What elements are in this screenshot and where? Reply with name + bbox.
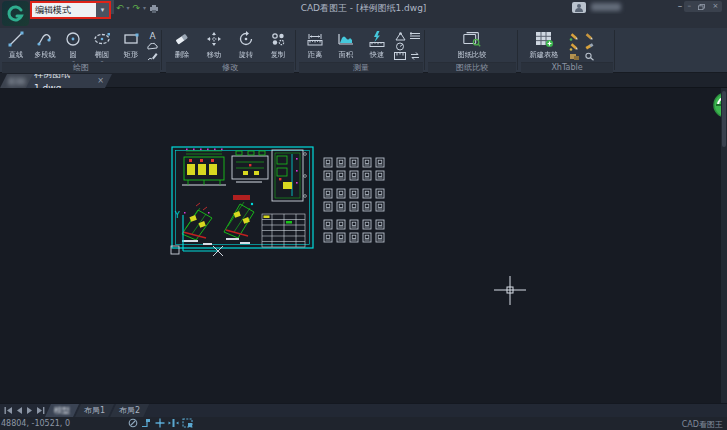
print-icon[interactable] (149, 4, 159, 13)
rectangle-button[interactable]: 矩形 (116, 30, 145, 60)
move-icon (204, 30, 224, 48)
tab-layout2[interactable]: 布局2 (110, 404, 149, 417)
list-measure-icon[interactable] (409, 31, 422, 41)
text-tool-icon[interactable]: A (146, 31, 159, 41)
logo-glyph (7, 5, 25, 23)
crosshair-cursor (494, 276, 526, 305)
group-label-draw: 绘图 (2, 62, 160, 73)
angle-measure-icon[interactable] (394, 31, 407, 41)
document-tab-bar: 起始页 样例图纸1.dwg × (0, 73, 727, 88)
selection-box-icon[interactable] (182, 418, 193, 428)
measure-extra-col2 (408, 30, 423, 62)
group-draw: 直线 多段线 圆 ▾ 椭圆 ▾ 矩形 (2, 28, 160, 62)
close-tab-icon[interactable]: × (97, 74, 104, 88)
edit-mode-dropdown[interactable]: 编辑模式 ▾ (30, 1, 111, 19)
rotate-icon (236, 30, 256, 48)
table-edit-pencil-icon[interactable] (568, 31, 581, 41)
title-block-table (262, 214, 305, 247)
drawing-compare-button[interactable]: 图纸比较 (446, 30, 498, 60)
quick-measure-icon (367, 30, 387, 48)
undo-icon[interactable]: ↶ (116, 2, 124, 14)
swap-units-icon[interactable] (409, 51, 422, 61)
vertical-scrollbar[interactable] (721, 88, 727, 403)
chevron-down-icon[interactable]: ▾ (96, 3, 109, 17)
split-view-icon[interactable] (168, 418, 179, 428)
table-pen2-icon[interactable] (583, 31, 596, 41)
freehand-pen-icon[interactable] (146, 51, 159, 61)
eraser-icon (172, 30, 192, 48)
ortho-mode-icon[interactable] (141, 418, 152, 428)
group-label-compare: 图纸比较 (428, 62, 516, 73)
copy-button[interactable]: 复制 (262, 30, 294, 60)
move-button[interactable]: 移动 (198, 30, 230, 60)
cursor-coordinates: 48804, -10521, 0 (1, 419, 70, 428)
quick-measure-button[interactable]: 快速 (362, 30, 393, 60)
next-layout-icon[interactable] (26, 407, 33, 414)
rotate-button[interactable]: 旋转 (230, 30, 262, 60)
group-modify: 删除 移动 旋转 复制 (166, 28, 294, 62)
group-compare: 图纸比较 (428, 28, 516, 62)
new-table-button[interactable]: 新建表格 (521, 30, 567, 60)
last-layout-icon[interactable] (36, 407, 45, 414)
group-separator (614, 30, 615, 70)
layout-tab-bar: 模型 布局1 布局2 (0, 403, 727, 417)
undo-dropdown-icon[interactable]: ▾ (127, 2, 130, 14)
group-label-xhtable: XhTable (521, 62, 613, 73)
draw-extra-tools: A (145, 30, 160, 62)
app-logo-icon[interactable] (2, 1, 29, 26)
tab-model[interactable]: 模型 (45, 404, 79, 417)
scrollbar-thumb[interactable] (722, 91, 726, 147)
xhtable-extra-col2 (582, 30, 597, 62)
table-stamp-icon[interactable] (568, 51, 581, 61)
status-toggle-icons (128, 418, 193, 428)
group-xhtable: 新建表格 (521, 28, 613, 62)
edit-mode-value: 编辑模式 (32, 3, 96, 17)
layout-nav-buttons (0, 407, 49, 414)
doc-close-button[interactable]: × (713, 1, 719, 12)
crosshair-toggle-icon[interactable] (155, 418, 165, 428)
coordinate-measure-icon[interactable] (394, 51, 407, 61)
tab-layout1[interactable]: 布局1 (75, 404, 114, 417)
group-label-modify: 修改 (166, 62, 294, 73)
document-window-controls: – × (684, 1, 722, 12)
circle-button[interactable]: 圆 ▾ (59, 30, 88, 64)
user-account-area[interactable] (572, 1, 621, 13)
polyline-icon (35, 30, 55, 48)
table-brush-icon[interactable] (568, 41, 581, 51)
drawing-canvas[interactable]: Y (0, 88, 727, 403)
measure-extra-col1 (393, 30, 408, 62)
drawing-compare-icon (462, 30, 482, 48)
redo-icon[interactable]: ↷ (133, 2, 141, 14)
redo-dropdown-icon[interactable]: ▾ (143, 2, 146, 14)
status-bar: 48804, -10521, 0 CAD看图王 (0, 417, 727, 430)
doc-restore-button[interactable] (698, 4, 705, 10)
group-separator (517, 30, 518, 70)
first-layout-icon[interactable] (4, 407, 13, 414)
polyline-button[interactable]: 多段线 (31, 30, 60, 60)
arc-measure-icon[interactable] (394, 41, 407, 51)
new-table-icon (534, 30, 554, 48)
table-search-icon[interactable] (583, 51, 596, 61)
ellipse-icon (92, 30, 112, 48)
xhtable-extra-col1 (567, 30, 582, 62)
table-eraser2-icon[interactable] (583, 41, 596, 51)
prev-layout-icon[interactable] (16, 407, 23, 414)
distance-icon (305, 30, 325, 48)
brand-label: CAD看图王 (682, 419, 723, 430)
copy-icon (268, 30, 288, 48)
view-plan (232, 151, 268, 182)
area-button[interactable]: 面积 (330, 30, 361, 60)
erase-button[interactable]: 删除 (166, 30, 198, 60)
ellipse-button[interactable]: 椭圆 ▾ (88, 30, 117, 64)
area-icon (336, 30, 356, 48)
group-measure: 距离 面积 快速 (299, 28, 423, 62)
view-iso-left (182, 203, 212, 242)
tab-active-drawing[interactable]: 样例图纸1.dwg × (26, 74, 112, 88)
doc-minimize-button[interactable]: – (688, 1, 692, 12)
user-avatar-icon[interactable] (572, 2, 586, 13)
view-iso-mid (224, 195, 254, 240)
distance-button[interactable]: 距离 (299, 30, 330, 60)
line-button[interactable]: 直线 (2, 30, 31, 60)
pan-mode-icon[interactable] (128, 418, 138, 428)
revision-cloud-icon[interactable] (146, 41, 159, 51)
